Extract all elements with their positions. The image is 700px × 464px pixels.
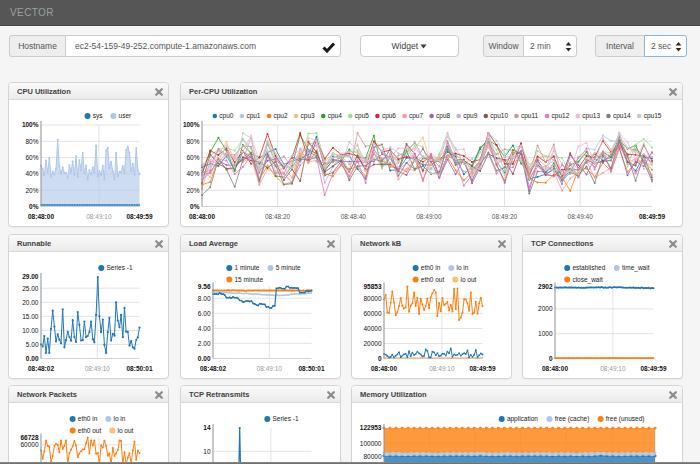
svg-text:cpu0: cpu0 xyxy=(219,112,233,120)
svg-text:1000: 1000 xyxy=(538,330,553,337)
svg-text:20%: 20% xyxy=(186,187,199,194)
svg-text:25.00: 25.00 xyxy=(22,285,39,292)
svg-text:cpu4: cpu4 xyxy=(328,112,342,120)
svg-text:80000: 80000 xyxy=(363,453,381,460)
svg-text:1 minute: 1 minute xyxy=(235,264,260,271)
svg-text:0.00: 0.00 xyxy=(26,355,39,362)
svg-text:08:50:01: 08:50:01 xyxy=(126,365,152,372)
svg-text:08:49:20: 08:49:20 xyxy=(492,213,518,220)
svg-text:cpu5: cpu5 xyxy=(355,112,369,120)
svg-text:40000: 40000 xyxy=(363,325,381,332)
svg-text:free (cache): free (cache) xyxy=(555,415,590,423)
svg-text:cpu15: cpu15 xyxy=(644,112,662,120)
svg-text:08:49:59: 08:49:59 xyxy=(640,365,666,372)
svg-text:80%: 80% xyxy=(186,138,199,145)
svg-text:cpu1: cpu1 xyxy=(246,112,260,120)
svg-text:08:48:00: 08:48:00 xyxy=(542,365,568,372)
svg-text:10.00: 10.00 xyxy=(22,327,39,334)
svg-text:08:48:40: 08:48:40 xyxy=(341,213,367,220)
svg-text:eth0 in: eth0 in xyxy=(421,264,441,271)
svg-text:08:48:20: 08:48:20 xyxy=(265,213,291,220)
svg-text:lo out: lo out xyxy=(461,276,477,283)
svg-text:cpu2: cpu2 xyxy=(274,112,288,120)
svg-text:60%: 60% xyxy=(25,154,38,161)
svg-text:4.00: 4.00 xyxy=(198,325,211,332)
svg-text:08:48:02: 08:48:02 xyxy=(200,365,226,372)
svg-text:free (unused): free (unused) xyxy=(606,415,645,423)
svg-text:08:49:10: 08:49:10 xyxy=(257,365,283,372)
svg-text:eth0 out: eth0 out xyxy=(78,427,102,434)
svg-text:08:48:00: 08:48:00 xyxy=(28,213,54,220)
svg-text:9.56: 9.56 xyxy=(198,283,211,290)
svg-text:20.00: 20.00 xyxy=(22,299,39,306)
svg-text:sys: sys xyxy=(93,112,104,120)
svg-text:lo in: lo in xyxy=(457,264,469,271)
svg-text:122953: 122953 xyxy=(360,424,382,431)
svg-text:8.00: 8.00 xyxy=(198,295,211,302)
svg-text:08:50:01: 08:50:01 xyxy=(298,365,324,372)
svg-text:cpu9: cpu9 xyxy=(463,112,477,120)
svg-text:08:49:59: 08:49:59 xyxy=(469,365,495,372)
svg-text:60000: 60000 xyxy=(363,310,381,317)
svg-text:cpu7: cpu7 xyxy=(409,112,423,120)
svg-text:5 minute: 5 minute xyxy=(276,264,301,271)
svg-text:Series -1: Series -1 xyxy=(273,415,299,422)
svg-text:08:49:10: 08:49:10 xyxy=(85,365,111,372)
svg-text:40%: 40% xyxy=(186,170,199,177)
svg-text:cpu8: cpu8 xyxy=(436,112,450,120)
svg-text:80000: 80000 xyxy=(363,295,381,302)
svg-text:0.00: 0.00 xyxy=(198,355,211,362)
svg-text:60%: 60% xyxy=(186,154,199,161)
svg-text:cpu6: cpu6 xyxy=(382,112,396,120)
svg-text:cpu14: cpu14 xyxy=(613,112,631,120)
svg-text:cpu10: cpu10 xyxy=(490,112,508,120)
svg-text:20%: 20% xyxy=(25,187,38,194)
svg-text:Series -1: Series -1 xyxy=(107,264,133,271)
svg-text:cpu11: cpu11 xyxy=(521,112,539,120)
svg-text:eth0 in: eth0 in xyxy=(78,415,98,422)
svg-text:2.00: 2.00 xyxy=(198,340,211,347)
svg-text:08:49:40: 08:49:40 xyxy=(568,213,594,220)
svg-text:6.00: 6.00 xyxy=(198,310,211,317)
svg-text:08:49:10: 08:49:10 xyxy=(600,365,626,372)
svg-text:0%: 0% xyxy=(29,203,39,210)
svg-text:08:49:00: 08:49:00 xyxy=(416,213,442,220)
svg-text:time_wait: time_wait xyxy=(622,264,650,272)
svg-text:2000: 2000 xyxy=(538,305,553,312)
svg-text:established: established xyxy=(572,264,605,271)
svg-text:15.00: 15.00 xyxy=(22,313,39,320)
svg-text:29.00: 29.00 xyxy=(22,273,39,280)
svg-text:100000: 100000 xyxy=(360,440,382,447)
svg-text:20000: 20000 xyxy=(363,340,381,347)
svg-text:08:49:59: 08:49:59 xyxy=(126,213,152,220)
svg-text:100%: 100% xyxy=(183,121,200,128)
svg-text:80%: 80% xyxy=(25,138,38,145)
svg-text:60000: 60000 xyxy=(20,441,38,448)
svg-text:eth0 out: eth0 out xyxy=(421,276,445,283)
svg-text:14: 14 xyxy=(203,424,211,431)
svg-text:cpu3: cpu3 xyxy=(301,112,315,120)
svg-text:08:49:10: 08:49:10 xyxy=(429,365,455,372)
svg-text:08:48:00: 08:48:00 xyxy=(189,213,215,220)
svg-text:40%: 40% xyxy=(25,170,38,177)
svg-text:application: application xyxy=(507,415,538,423)
svg-text:lo in: lo in xyxy=(114,415,126,422)
svg-text:close_wait: close_wait xyxy=(572,276,603,284)
svg-text:15 minute: 15 minute xyxy=(235,276,264,283)
svg-text:0%: 0% xyxy=(190,203,200,210)
svg-text:100%: 100% xyxy=(22,121,39,128)
svg-text:0: 0 xyxy=(378,355,382,362)
svg-text:66728: 66728 xyxy=(20,434,38,441)
svg-text:cpu12: cpu12 xyxy=(552,112,570,120)
svg-text:08:48:02: 08:48:02 xyxy=(28,365,54,372)
svg-text:2902: 2902 xyxy=(538,283,553,290)
svg-text:95853: 95853 xyxy=(363,283,381,290)
svg-text:user: user xyxy=(119,112,132,119)
svg-text:5.00: 5.00 xyxy=(26,341,39,348)
svg-text:08:49:59: 08:49:59 xyxy=(639,213,665,220)
svg-text:10: 10 xyxy=(203,448,211,455)
svg-text:08:48:00: 08:48:00 xyxy=(371,365,397,372)
svg-text:08:49:10: 08:49:10 xyxy=(86,213,112,220)
svg-text:cpu13: cpu13 xyxy=(582,112,600,120)
svg-text:lo out: lo out xyxy=(118,427,134,434)
